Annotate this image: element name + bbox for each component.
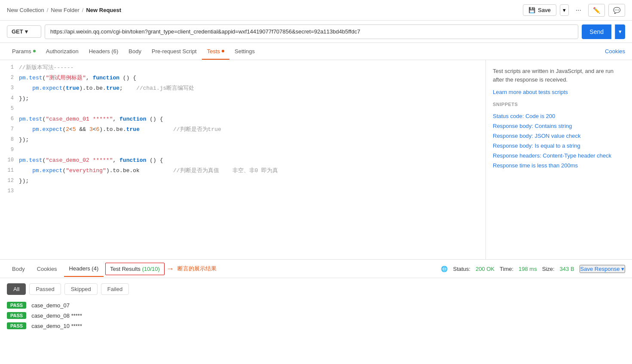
tab-headers[interactable]: Headers (6) — [84, 44, 124, 60]
pass-badge-0: PASS — [7, 302, 26, 309]
code-line-7: 7 pm.expect(2<5 && 3<6).to.be.true //判断是… — [0, 125, 485, 136]
tab-cookies[interactable]: Cookies — [605, 48, 625, 55]
size-label: Size: — [542, 266, 555, 272]
snippet-equal-string[interactable]: Response body: Is equal to a string — [493, 141, 625, 151]
method-chevron-icon: ▾ — [25, 28, 28, 35]
send-button[interactable]: Send — [582, 24, 611, 39]
arrow-right-icon: → — [166, 264, 174, 273]
code-line-6: 6 pm.test("case_demo_01 *****", function… — [0, 115, 485, 125]
code-line-1: 1 //新版本写法------ — [0, 64, 485, 74]
status-label: Status: — [453, 266, 470, 272]
status-value: 200 OK — [476, 266, 495, 272]
test-result-row-1: PASS case_demo_08 ***** — [7, 310, 625, 321]
send-chevron-icon: ▾ — [619, 28, 622, 35]
pass-badge-1: PASS — [7, 312, 26, 319]
snippet-response-time[interactable]: Response time is less than 200ms — [493, 161, 625, 170]
method-label: GET — [12, 28, 23, 35]
test-results-annotation: → 断言的展示结果 — [166, 264, 217, 273]
save-label: Save — [538, 7, 551, 13]
tab-params[interactable]: Params — [7, 44, 41, 60]
globe-icon: 🌐 — [441, 266, 448, 272]
filter-tab-passed[interactable]: Passed — [29, 283, 61, 295]
code-editor-lines: 1 //新版本写法------ 2 pm.test("测试用例标题", func… — [0, 60, 485, 201]
tab-authorization[interactable]: Authorization — [41, 44, 84, 60]
edit-button[interactable]: ✏️ — [588, 4, 605, 17]
filter-tab-skipped[interactable]: Skipped — [64, 283, 98, 295]
snippet-response-contains[interactable]: Response body: Contains string — [493, 121, 625, 131]
breadcrumb: New Collection / New Folder / New Reques… — [7, 7, 523, 13]
filter-tabs: All Passed Skipped Failed — [7, 283, 625, 295]
top-actions: 💾 Save ▾ ··· ✏️ 💬 — [523, 4, 625, 17]
save-button[interactable]: 💾 Save — [523, 4, 556, 16]
tab-settings[interactable]: Settings — [229, 44, 260, 60]
save-chevron-button[interactable]: ▾ — [560, 4, 569, 16]
tabs-bar: Params Authorization Headers (6) Body Pr… — [0, 43, 632, 60]
code-line-12: 12 }); — [0, 177, 485, 187]
test-result-row-0: PASS case_demo_07 — [7, 300, 625, 310]
filter-tab-all[interactable]: All — [7, 283, 26, 295]
sidebar-description: Test scripts are written in JavaScript, … — [493, 67, 625, 84]
test-name-1: case_demo_08 ***** — [31, 312, 82, 319]
main-content: 1 //新版本写法------ 2 pm.test("测试用例标题", func… — [0, 60, 632, 259]
snippet-status-code[interactable]: Status code: Code is 200 — [493, 111, 625, 121]
learn-more-link[interactable]: Learn more about tests scripts — [493, 89, 568, 95]
code-line-8: 8 }); — [0, 136, 485, 146]
resp-tab-test-results[interactable]: Test Results (10/10) — [105, 263, 165, 275]
comment-icon: 💬 — [613, 7, 620, 14]
code-line-5: 5 — [0, 105, 485, 115]
breadcrumb-sep2: / — [82, 7, 84, 13]
size-value: 343 B — [560, 266, 574, 272]
resp-tab-cookies[interactable]: Cookies — [32, 261, 62, 276]
time-label: Time: — [500, 266, 513, 272]
send-chevron-button[interactable]: ▾ — [615, 24, 625, 39]
params-dot — [33, 50, 36, 52]
tab-tests[interactable]: Tests — [202, 44, 229, 60]
response-tabs-bar: Body Cookies Headers (4) Test Results (1… — [0, 259, 632, 278]
resp-tab-body[interactable]: Body — [7, 261, 30, 276]
test-results-label: Test Results — [110, 266, 140, 272]
code-editor[interactable]: 1 //新版本写法------ 2 pm.test("测试用例标题", func… — [0, 60, 486, 259]
more-options-button[interactable]: ··· — [572, 5, 585, 16]
save-response-chevron-icon: ▾ — [621, 266, 624, 272]
annotation-text: 断言的展示结果 — [177, 265, 217, 273]
breadcrumb-part2[interactable]: New Folder — [51, 7, 79, 13]
code-line-3: 3 pm.expect(true).to.be.true; //chai.js断… — [0, 84, 485, 94]
tests-dot — [222, 50, 224, 52]
results-area: All Passed Skipped Failed PASS case_demo… — [0, 278, 632, 364]
comment-button[interactable]: 💬 — [608, 4, 625, 17]
test-result-row-2: PASS case_demo_10 ***** — [7, 321, 625, 331]
pass-badge-2: PASS — [7, 322, 26, 329]
code-line-10: 10 pm.test("case_demo_02 *****", functio… — [0, 156, 485, 167]
code-line-11: 11 pm.expect("everything").to.be.ok //判断… — [0, 167, 485, 177]
breadcrumb-current: New Request — [86, 7, 121, 13]
tab-pre-request[interactable]: Pre-request Script — [147, 44, 202, 60]
breadcrumb-part1[interactable]: New Collection — [7, 7, 44, 13]
breadcrumb-sep1: / — [47, 7, 49, 13]
resp-tab-headers[interactable]: Headers (4) — [64, 261, 104, 277]
snippets-title: SNIPPETS — [493, 102, 625, 107]
test-name-2: case_demo_10 ***** — [31, 323, 82, 329]
chevron-down-icon: ▾ — [563, 7, 566, 13]
test-results-count: (10/10) — [142, 266, 160, 272]
filter-tab-failed[interactable]: Failed — [101, 283, 129, 295]
url-bar: GET ▾ Send ▾ — [0, 21, 632, 43]
pencil-icon: ✏️ — [593, 7, 600, 14]
save-response-button[interactable]: Save Response ▾ — [580, 265, 625, 273]
test-name-0: case_demo_07 — [31, 302, 70, 309]
snippet-json-value[interactable]: Response body: JSON value check — [493, 131, 625, 141]
time-value: 198 ms — [519, 266, 537, 272]
tab-body[interactable]: Body — [123, 44, 147, 60]
code-line-2: 2 pm.test("测试用例标题", function () { — [0, 74, 485, 84]
code-line-13: 13 — [0, 187, 485, 197]
snippets-sidebar: Test scripts are written in JavaScript, … — [486, 60, 632, 259]
top-bar: New Collection / New Folder / New Reques… — [0, 0, 632, 21]
code-line-4: 4 }); — [0, 94, 485, 105]
method-select[interactable]: GET ▾ — [7, 25, 41, 38]
floppy-icon: 💾 — [528, 7, 535, 13]
snippet-content-type[interactable]: Response headers: Content-Type header ch… — [493, 151, 625, 161]
url-input[interactable] — [45, 24, 578, 39]
response-meta: 🌐 Status: 200 OK Time: 198 ms Size: 343 … — [441, 265, 625, 273]
code-line-9: 9 — [0, 146, 485, 156]
